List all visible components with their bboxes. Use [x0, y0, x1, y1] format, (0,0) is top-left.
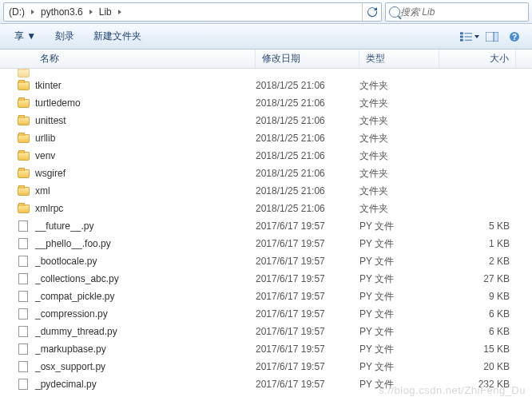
table-row[interactable]: xml2018/1/25 21:06文件夹	[0, 182, 532, 200]
column-name[interactable]: 名称	[16, 50, 256, 68]
table-row[interactable]: wsgiref2018/1/25 21:06文件夹	[0, 165, 532, 182]
file-date: 2017/6/17 19:57	[256, 308, 359, 320]
folder-icon	[18, 169, 30, 178]
file-name: wsgiref	[35, 168, 66, 179]
table-row[interactable]	[0, 69, 532, 77]
column-type[interactable]: 类型	[359, 50, 439, 68]
file-type: PY 文件	[359, 237, 439, 251]
file-date: 2018/1/25 21:06	[256, 97, 359, 109]
file-type: 文件夹	[359, 185, 439, 198]
file-name: __phello__.foo.py	[35, 238, 111, 249]
file-date: 2017/6/17 19:57	[256, 326, 359, 337]
folder-icon	[18, 69, 30, 77]
table-row[interactable]: _compat_pickle.py2017/6/17 19:57PY 文件9 K…	[0, 288, 532, 305]
file-type: PY 文件	[359, 290, 439, 304]
file-list: tkinter2018/1/25 21:06文件夹turtledemo2018/…	[0, 69, 532, 393]
file-name: xml	[35, 185, 50, 197]
table-row[interactable]: _dummy_thread.py2017/6/17 19:57PY 文件6 KB	[0, 323, 532, 340]
view-mode-icon[interactable]	[460, 29, 479, 45]
file-type: PY 文件	[359, 360, 439, 374]
file-icon	[18, 220, 28, 232]
file-type: 文件夹	[359, 132, 439, 145]
toolbar: 享 ▼ 刻录 新建文件夹 ?	[0, 24, 532, 50]
table-row[interactable]: urllib2018/1/25 21:06文件夹	[0, 129, 532, 147]
table-row[interactable]: __future__.py2017/6/17 19:57PY 文件5 KB	[0, 217, 532, 235]
file-date: 2018/1/25 21:06	[256, 150, 359, 161]
file-date: 2017/6/17 19:57	[256, 273, 359, 284]
file-name: _collections_abc.py	[35, 273, 119, 284]
file-name: tkinter	[35, 80, 62, 91]
file-type: PY 文件	[359, 343, 439, 356]
crumb-drive[interactable]: (D:)	[4, 3, 30, 21]
svg-rect-0	[460, 32, 463, 34]
crumb-seg2-label: Lib	[99, 6, 112, 18]
file-size: 9 KB	[439, 291, 516, 302]
file-date: 2017/6/17 19:57	[256, 361, 359, 372]
file-icon	[18, 256, 28, 267]
table-row[interactable]: unittest2018/1/25 21:06文件夹	[0, 112, 532, 129]
table-row[interactable]: tkinter2018/1/25 21:06文件夹	[0, 77, 532, 94]
table-row[interactable]: _bootlocale.py2017/6/17 19:57PY 文件2 KB	[0, 252, 532, 270]
column-date[interactable]: 修改日期	[256, 50, 359, 68]
file-type: PY 文件	[359, 378, 439, 391]
file-size: 6 KB	[439, 308, 516, 320]
table-row[interactable]: _pydecimal.py2017/6/17 19:57PY 文件232 KB	[0, 375, 532, 393]
file-date: 2017/6/17 19:57	[256, 238, 359, 249]
file-date: 2018/1/25 21:06	[256, 185, 359, 197]
chevron-right-icon	[89, 10, 93, 14]
file-name: turtledemo	[35, 97, 81, 109]
table-row[interactable]: __phello__.foo.py2017/6/17 19:57PY 文件1 K…	[0, 235, 532, 252]
file-date: 2017/6/17 19:57	[256, 379, 359, 390]
table-row[interactable]: turtledemo2018/1/25 21:06文件夹	[0, 94, 532, 112]
folder-icon	[18, 152, 30, 161]
table-row[interactable]: xmlrpc2018/1/25 21:06文件夹	[0, 200, 532, 217]
file-name: _osx_support.py	[35, 361, 105, 372]
folder-icon	[18, 99, 30, 108]
svg-rect-7	[494, 32, 498, 42]
file-date: 2018/1/25 21:06	[256, 203, 359, 214]
dropdown-icon	[474, 35, 479, 38]
file-size: 1 KB	[439, 238, 516, 249]
table-row[interactable]: _markupbase.py2017/6/17 19:57PY 文件15 KB	[0, 340, 532, 358]
file-date: 2018/1/25 21:06	[256, 80, 359, 91]
svg-text:?: ?	[512, 33, 517, 42]
folder-icon	[18, 117, 30, 125]
file-type: 文件夹	[359, 97, 439, 110]
file-type: 文件夹	[359, 79, 439, 93]
search-box[interactable]	[385, 2, 529, 22]
tree-toggle-column[interactable]	[0, 50, 16, 68]
help-icon[interactable]: ?	[505, 29, 524, 45]
table-row[interactable]: venv2018/1/25 21:06文件夹	[0, 147, 532, 165]
breadcrumb: (D:) python3.6 Lib	[3, 2, 382, 22]
file-name: _compat_pickle.py	[35, 291, 114, 302]
file-name: _dummy_thread.py	[35, 326, 117, 337]
svg-rect-5	[465, 39, 472, 40]
file-size: 5 KB	[439, 220, 516, 232]
file-icon	[18, 273, 28, 284]
file-type: PY 文件	[359, 272, 439, 286]
file-type: PY 文件	[359, 325, 439, 339]
burn-button[interactable]: 刻录	[47, 30, 82, 43]
new-folder-button[interactable]: 新建文件夹	[85, 30, 149, 43]
table-row[interactable]: _compression.py2017/6/17 19:57PY 文件6 KB	[0, 305, 532, 323]
file-type: PY 文件	[359, 255, 439, 268]
table-row[interactable]: _osx_support.py2017/6/17 19:57PY 文件20 KB	[0, 358, 532, 375]
file-icon	[18, 291, 28, 302]
crumb-python[interactable]: python3.6	[36, 3, 88, 21]
file-size: 27 KB	[439, 273, 516, 284]
column-size[interactable]: 大小	[439, 50, 516, 68]
address-bar: (D:) python3.6 Lib	[0, 0, 532, 24]
preview-pane-icon[interactable]	[482, 29, 502, 45]
svg-rect-1	[465, 33, 472, 34]
file-icon	[18, 379, 28, 390]
share-button[interactable]: 享 ▼	[6, 30, 44, 43]
table-row[interactable]: _collections_abc.py2017/6/17 19:57PY 文件2…	[0, 270, 532, 288]
file-date: 2017/6/17 19:57	[256, 291, 359, 302]
file-name: xmlrpc	[35, 203, 63, 214]
file-type: 文件夹	[359, 114, 439, 128]
refresh-icon[interactable]	[362, 3, 381, 21]
file-icon	[18, 238, 28, 249]
crumb-lib[interactable]: Lib	[94, 3, 117, 21]
search-input[interactable]	[400, 6, 525, 18]
file-name: _markupbase.py	[35, 343, 106, 355]
